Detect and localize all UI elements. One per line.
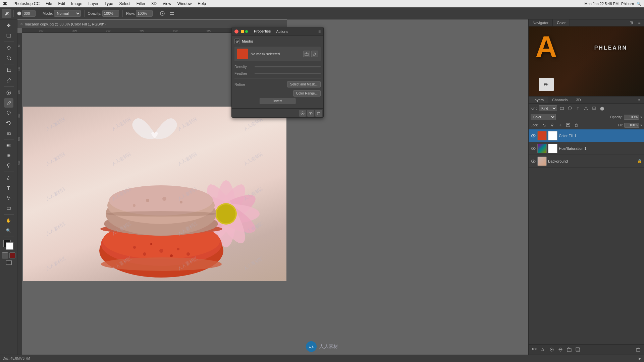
menu-image[interactable]: Image [68, 1, 85, 7]
fill-value-input[interactable]: 100% [624, 123, 639, 128]
layer-item-color-fill[interactable]: Color Fill 1 [529, 129, 644, 142]
menu-help[interactable]: Help [195, 1, 209, 7]
menu-search-icon[interactable]: 🔍 [637, 2, 641, 6]
opacity-value-input[interactable]: 100% [624, 115, 639, 120]
airbrush-btn[interactable] [158, 10, 166, 17]
density-slider[interactable] [255, 66, 321, 67]
add-style-btn[interactable]: fx [539, 346, 547, 353]
filter-adjustment-btn[interactable] [567, 105, 573, 112]
panel-menu-icon[interactable]: ≡ [318, 29, 321, 34]
color-range-btn[interactable]: Color Range... [293, 90, 321, 97]
panel-icon-visibility[interactable] [307, 110, 314, 117]
filter-type-btn[interactable]: T [575, 105, 581, 112]
eraser-tool[interactable] [4, 128, 13, 138]
pen-tool[interactable] [4, 173, 13, 183]
quick-select-tool[interactable] [4, 53, 13, 63]
layer-visibility-background[interactable] [531, 160, 536, 163]
add-pixel-mask-btn[interactable] [303, 51, 310, 57]
menu-edit[interactable]: Edit [55, 1, 68, 7]
right-panel-icon-a[interactable]: ⊞ [628, 19, 635, 26]
lock-image-btn[interactable] [549, 122, 555, 128]
mode-select[interactable]: Normal [54, 10, 81, 17]
link-layers-btn[interactable] [531, 346, 538, 353]
lock-position-btn[interactable] [557, 122, 564, 128]
menu-view[interactable]: View [160, 1, 174, 7]
3d-tab[interactable]: 3D [572, 97, 585, 103]
zoom-tool[interactable]: 🔍 [4, 226, 13, 235]
gradient-tool[interactable] [4, 141, 13, 150]
brush-settings-btn[interactable] [168, 10, 176, 17]
brush-tool[interactable] [4, 98, 13, 108]
layer-visibility-color-fill[interactable] [531, 134, 536, 137]
screen-mode-btn[interactable] [6, 260, 12, 265]
marquee-tool[interactable] [4, 31, 13, 40]
fill-dropdown-icon[interactable]: ▾ [640, 123, 642, 127]
clone-stamp-tool[interactable] [4, 108, 13, 118]
foreground-color-swatch[interactable] [6, 242, 13, 250]
layers-panel-menu[interactable]: ≡ [636, 97, 643, 103]
layer-item-hue-sat[interactable]: Hue/Saturation 1 [529, 142, 644, 155]
eyedropper-tool[interactable] [4, 76, 13, 85]
right-panel-menu[interactable]: ≡ [636, 19, 643, 26]
add-vector-mask-btn[interactable] [311, 51, 318, 57]
dodge-tool[interactable] [4, 161, 13, 170]
panel-icon-delete[interactable] [315, 110, 322, 117]
lock-all-btn[interactable] [573, 122, 580, 128]
menu-filter[interactable]: Filter [134, 1, 148, 7]
maximize-btn[interactable] [245, 30, 248, 33]
menu-select[interactable]: Select [116, 1, 133, 7]
feather-slider[interactable] [255, 73, 321, 74]
flow-input[interactable] [136, 10, 153, 17]
opacity-dropdown-icon[interactable]: ▾ [640, 115, 642, 119]
canvas-tab-close[interactable]: ✕ [20, 22, 23, 26]
menu-file[interactable]: File [43, 1, 55, 7]
opacity-input[interactable] [102, 10, 119, 17]
menu-photoshop[interactable]: Photoshop CC [11, 1, 42, 7]
kind-select[interactable]: Kind [539, 105, 557, 111]
color-swatches[interactable] [3, 240, 14, 250]
layer-visibility-hue-sat[interactable] [531, 147, 536, 150]
brush-size-input[interactable] [22, 10, 36, 17]
menu-type[interactable]: Type [102, 1, 116, 7]
crop-tool[interactable] [4, 66, 13, 75]
quickmask-btn[interactable] [9, 252, 15, 258]
menu-3d[interactable]: 3D [149, 1, 159, 7]
normal-mode-btn[interactable] [2, 252, 8, 258]
add-mask-btn[interactable] [548, 346, 555, 353]
add-adjustment-btn[interactable] [557, 346, 564, 353]
minimize-btn[interactable] [241, 30, 244, 33]
color-tab[interactable]: Color [553, 19, 570, 26]
color-blend-select[interactable]: Color [531, 114, 556, 120]
properties-tab[interactable]: Properties [252, 28, 273, 34]
panel-icon-preview[interactable] [299, 110, 306, 117]
move-tool[interactable]: ✥ [4, 21, 13, 30]
path-select-tool[interactable] [4, 193, 13, 203]
filter-pixel-btn[interactable] [558, 105, 565, 112]
new-layer-btn[interactable] [574, 346, 582, 353]
lasso-tool[interactable] [4, 43, 13, 53]
navigator-tab[interactable]: Navigator [529, 19, 553, 26]
text-tool[interactable]: T [4, 183, 13, 193]
delete-layer-btn[interactable] [635, 346, 642, 353]
filter-shape-btn[interactable] [583, 105, 589, 112]
history-brush-tool[interactable] [4, 118, 13, 128]
heal-tool[interactable] [4, 88, 13, 98]
filter-smart-btn[interactable] [591, 105, 597, 112]
brush-tool-btn[interactable] [2, 9, 11, 18]
lock-transparent-btn[interactable] [541, 122, 547, 128]
actions-tab[interactable]: Actions [274, 29, 290, 34]
shape-tool[interactable] [4, 203, 13, 213]
hand-tool[interactable]: ✋ [4, 216, 13, 225]
select-and-mask-btn[interactable]: Select and Mask... [287, 81, 321, 87]
lock-artboard-btn[interactable] [565, 122, 572, 128]
properties-panel-close[interactable] [234, 29, 238, 34]
filter-active[interactable]: ⬤ [599, 105, 605, 112]
blur-tool[interactable] [4, 151, 13, 160]
channels-tab[interactable]: Channels [548, 97, 572, 103]
invert-btn[interactable]: Invert [260, 98, 296, 104]
layer-item-background[interactable]: Background 🔒 [529, 155, 644, 168]
layers-tab[interactable]: Layers [529, 97, 548, 103]
canvas-image[interactable]: 人人素材区 人人素材区 人人素材区 人人素材区 人人素材区 人人素材区 人人素材… [23, 107, 286, 281]
menu-window[interactable]: Window [175, 1, 195, 7]
add-group-btn[interactable] [566, 346, 573, 353]
